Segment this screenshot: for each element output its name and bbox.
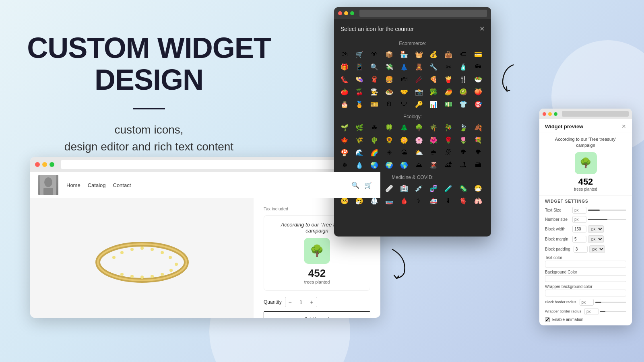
icon-cell[interactable]: 🔍 bbox=[369, 61, 380, 72]
block-width-input[interactable]: 150 bbox=[572, 226, 586, 232]
icon-cell[interactable]: 🌋 bbox=[428, 159, 439, 171]
icon-cell[interactable]: 🏔 bbox=[473, 159, 484, 171]
icon-cell[interactable]: 🤝 bbox=[398, 86, 410, 97]
icon-cell[interactable]: 🛡 bbox=[398, 99, 410, 110]
icon-cell[interactable]: 🛍 bbox=[339, 49, 350, 60]
icon-cell[interactable]: 🥭 bbox=[443, 86, 454, 97]
icon-cell[interactable]: 🧪 bbox=[443, 183, 454, 194]
add-to-cart-button[interactable]: Add to cart bbox=[264, 311, 370, 318]
icon-cell[interactable]: 🌪 bbox=[473, 147, 484, 158]
icon-cell[interactable]: 🥢 bbox=[413, 74, 425, 85]
icon-cell[interactable]: 🩹 bbox=[384, 183, 395, 194]
browser-url-bar[interactable] bbox=[61, 160, 376, 169]
icon-cell[interactable]: 🍽 bbox=[398, 74, 410, 85]
nav-catalog[interactable]: Catalog bbox=[88, 182, 106, 188]
icon-cell[interactable]: 👁 bbox=[369, 49, 380, 60]
icon-cell[interactable]: 🥗 bbox=[473, 74, 484, 85]
icon-cell[interactable]: 🧬 bbox=[428, 183, 439, 194]
icon-cell[interactable]: ☀ bbox=[384, 147, 395, 158]
icon-cell[interactable]: 💧 bbox=[354, 159, 365, 171]
icon-cell[interactable]: 📸 bbox=[413, 86, 425, 97]
icon-cell[interactable]: 🌍 bbox=[384, 159, 395, 171]
block-padding-unit-select[interactable]: px bbox=[589, 245, 605, 253]
icon-cell[interactable]: ⛈ bbox=[443, 147, 454, 158]
enable-animation-checkbox[interactable]: ✓ bbox=[545, 317, 550, 322]
icon-cell[interactable]: 🌻 bbox=[384, 134, 395, 146]
icon-cell[interactable]: 🍁 bbox=[339, 134, 350, 146]
icon-cell[interactable]: 👕 bbox=[458, 99, 469, 110]
icon-cell[interactable]: 🍔 bbox=[384, 74, 395, 85]
browser-dot-yellow[interactable] bbox=[42, 162, 47, 167]
icon-cell[interactable]: 🍂 bbox=[473, 122, 484, 133]
icon-cell[interactable]: 🌩 bbox=[458, 147, 469, 158]
icon-cell[interactable]: 💰 bbox=[428, 49, 439, 60]
text-color-input[interactable]: rgba(0,0,0,1.00) bbox=[545, 261, 626, 267]
icon-cell[interactable]: 🩸 bbox=[398, 195, 410, 206]
icon-cell[interactable]: 👒 bbox=[354, 74, 365, 85]
icon-cell[interactable]: 🎋 bbox=[443, 122, 454, 133]
icon-cell[interactable]: 🏥 bbox=[398, 183, 410, 194]
icon-cell[interactable]: 👗 bbox=[398, 61, 410, 72]
block-border-radius-slider[interactable] bbox=[595, 302, 626, 303]
icon-cell[interactable]: 🧫 bbox=[384, 195, 395, 206]
icon-cell[interactable]: 🥦 bbox=[428, 86, 439, 97]
icon-cell[interactable]: 🎂 bbox=[339, 99, 350, 110]
icon-cell[interactable]: 🕶 bbox=[473, 61, 484, 72]
icon-cell[interactable]: 🚑 bbox=[428, 195, 439, 206]
icon-cell[interactable]: 🦠 bbox=[458, 183, 469, 194]
icon-cell[interactable]: 🌡 bbox=[443, 195, 454, 206]
icon-cell[interactable]: 💐 bbox=[473, 134, 484, 146]
icon-cell[interactable]: 🌲 bbox=[398, 122, 410, 133]
cart-icon[interactable]: 🛒 bbox=[364, 181, 372, 189]
icon-cell[interactable]: 🧴 bbox=[458, 61, 469, 72]
wrapper-border-radius-slider[interactable] bbox=[600, 311, 626, 312]
icon-cell[interactable]: 🍒 bbox=[354, 86, 365, 97]
icon-cell[interactable]: 🏷 bbox=[458, 49, 469, 60]
icon-cell[interactable]: 🍅 bbox=[339, 86, 350, 97]
text-size-slider[interactable] bbox=[588, 210, 626, 211]
icon-cell[interactable]: 🌳 bbox=[413, 122, 425, 133]
icon-cell[interactable]: 🎫 bbox=[369, 99, 380, 110]
icon-cell[interactable]: 😷 bbox=[473, 183, 484, 194]
icon-cell[interactable]: 🌹 bbox=[443, 134, 454, 146]
browser-dot-red[interactable] bbox=[35, 162, 40, 167]
icon-cell[interactable]: 🌱 bbox=[339, 122, 350, 133]
icon-cell[interactable]: ⚕ bbox=[413, 195, 425, 206]
icon-cell[interactable]: ⛅ bbox=[413, 147, 425, 158]
block-width-unit-select[interactable]: px bbox=[588, 225, 604, 233]
icon-cell[interactable]: 🍃 bbox=[458, 122, 469, 133]
icon-cell[interactable]: 🎯 bbox=[473, 99, 484, 110]
icon-cell[interactable]: 👨‍🍳 bbox=[369, 86, 380, 97]
search-icon[interactable]: 🔍 bbox=[351, 181, 359, 189]
wrapper-border-radius-input[interactable] bbox=[584, 308, 599, 315]
icon-cell[interactable]: 💵 bbox=[443, 99, 454, 110]
icon-cell[interactable]: 🍴 bbox=[458, 74, 469, 85]
icon-cell[interactable]: 💉 bbox=[413, 183, 425, 194]
icon-cell[interactable]: 📦 bbox=[384, 49, 395, 60]
icon-cell[interactable]: ❄ bbox=[339, 159, 350, 171]
bg-color-input[interactable]: rgba(221,250,209,1.00) bbox=[545, 275, 626, 282]
icon-cell[interactable]: 🔧 bbox=[428, 61, 439, 72]
icon-cell[interactable]: 🗓 bbox=[384, 99, 395, 110]
block-margin-input[interactable]: 5 bbox=[572, 236, 586, 243]
icon-cell[interactable]: 🛒 bbox=[354, 49, 365, 60]
icon-cell[interactable]: 🌾 bbox=[354, 134, 365, 146]
wrapper-bg-input[interactable]: rgba(255,255,255,1.00) bbox=[545, 290, 626, 296]
icon-cell[interactable]: 🧆 bbox=[384, 86, 395, 97]
icon-cell[interactable]: 🥝 bbox=[458, 86, 469, 97]
icon-cell[interactable]: 📊 bbox=[428, 99, 439, 110]
icon-picker-close-button[interactable]: ✕ bbox=[479, 25, 485, 33]
icon-cell[interactable]: 🧣 bbox=[369, 74, 380, 85]
ws-dot-green[interactable] bbox=[554, 112, 557, 116]
block-border-radius-input[interactable] bbox=[580, 299, 594, 306]
icon-cell[interactable]: 💳 bbox=[473, 49, 484, 60]
icon-cell[interactable]: 🍀 bbox=[384, 122, 395, 133]
icon-cell[interactable]: 🫁 bbox=[473, 195, 484, 206]
block-margin-unit-select[interactable]: px bbox=[588, 235, 604, 243]
icon-cell[interactable]: 🌷 bbox=[458, 134, 469, 146]
ws-dot-red[interactable] bbox=[543, 112, 546, 116]
icon-cell[interactable]: 🔑 bbox=[413, 99, 425, 110]
icon-cell[interactable]: 🌈 bbox=[369, 147, 380, 158]
icon-cell[interactable]: 🌼 bbox=[398, 134, 410, 146]
icon-cell[interactable]: 🫀 bbox=[458, 195, 469, 206]
